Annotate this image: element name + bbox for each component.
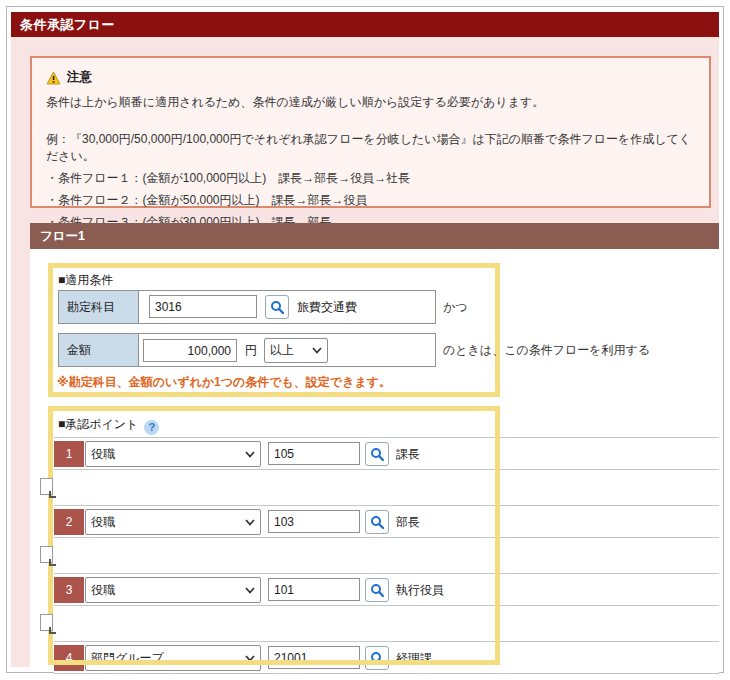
notice-example-2: ・条件フロー２：(金額が50,000円以上) 課長→部長→役員 [46,192,695,209]
notice-box: 注意 条件は上から順番に適用されるため、条件の達成が厳しい順から設定する必要があ… [30,56,711,208]
broken-image-icon [40,546,53,563]
notice-example-intro: 例：『30,000円/50,000円/100,000円でそれぞれ承認フローを分岐… [46,131,695,165]
chevron-down-icon [245,655,255,662]
chevron-down-icon [245,451,255,458]
approval-search-button[interactable] [365,646,389,670]
approval-row: 3 役職 執行役員 [54,573,719,606]
approval-code-input[interactable] [268,510,360,533]
broken-image-icon [40,614,53,631]
warning-triangle-icon [46,71,61,85]
approval-row-number: 2 [54,509,84,535]
approval-row: 1 役職 課長 [54,437,719,470]
page: 条件承認フロー 注意 条件は上から順番に適用されるため、条件の達成が厳しい順から… [0,0,730,680]
page-title: 条件承認フロー [11,12,719,37]
account-code-input[interactable] [149,295,257,318]
approval-row: 2 役職 部長 [54,505,719,538]
amount-operator-value: 以上 [270,342,294,359]
approval-type-select[interactable]: 役職 [85,441,261,467]
notice-title-row: 注意 [46,69,695,86]
approval-code-input[interactable] [268,646,360,669]
search-icon [270,300,284,314]
amount-operator-select[interactable]: 以上 [264,338,328,363]
approval-row: 4 部門グループ 経理課 [54,641,719,674]
approval-type-value: 役職 [91,582,115,599]
search-icon [370,583,384,597]
account-condition-row: 勘定科目 旅費交通費 [58,290,436,324]
approval-section-title-row: ■承認ポイント? [58,416,159,435]
approval-search-button[interactable] [365,578,389,602]
help-icon[interactable]: ? [144,420,159,435]
account-label: 勘定科目 [59,291,139,323]
amount-input[interactable] [143,339,237,362]
notice-line1: 条件は上から順番に適用されるため、条件の達成が厳しい順から設定する必要があります… [46,94,695,111]
approval-name: 課長 [396,438,420,470]
amount-suffix-text: のときは、この条件フローを利用する [443,333,650,367]
approval-section-title: ■承認ポイント [58,417,138,431]
approval-type-select[interactable]: 役職 [85,509,261,535]
approval-type-select[interactable]: 部門グループ [85,645,261,671]
chevron-down-icon [312,347,322,354]
account-search-button[interactable] [265,295,289,319]
conditions-section-title: ■適用条件 [58,272,113,289]
approval-type-value: 部門グループ [91,650,164,667]
account-connector-text: かつ [443,290,468,324]
approval-type-select[interactable]: 役職 [85,577,261,603]
amount-label: 金額 [59,334,139,366]
approval-search-button[interactable] [365,510,389,534]
approval-code-input[interactable] [268,578,360,601]
approval-name: 執行役員 [396,574,444,606]
broken-image-icon [40,478,53,495]
approval-code-input[interactable] [268,442,360,465]
flow-header: フロー1 [30,223,719,249]
notice-title: 注意 [67,69,92,86]
approval-name: 経理課 [396,642,432,674]
search-icon [370,651,384,665]
approval-search-button[interactable] [365,442,389,466]
search-icon [370,515,384,529]
approval-type-value: 役職 [91,446,115,463]
approval-name: 部長 [396,506,420,538]
approval-row-number: 4 [54,645,84,671]
approval-row-number: 1 [54,441,84,467]
approval-type-value: 役職 [91,514,115,531]
chevron-down-icon [245,587,255,594]
notice-example-1: ・条件フロー１：(金額が100,000円以上) 課長→部長→役員→社長 [46,170,695,187]
account-name: 旅費交通費 [297,291,357,323]
chevron-down-icon [245,519,255,526]
search-icon [370,447,384,461]
approval-row-number: 3 [54,577,84,603]
amount-unit: 円 [245,334,257,366]
amount-condition-row: 金額 円 以上 [58,333,436,367]
conditions-note: ※勘定科目、金額のいずれか1つの条件でも、設定できます。 [57,374,391,391]
